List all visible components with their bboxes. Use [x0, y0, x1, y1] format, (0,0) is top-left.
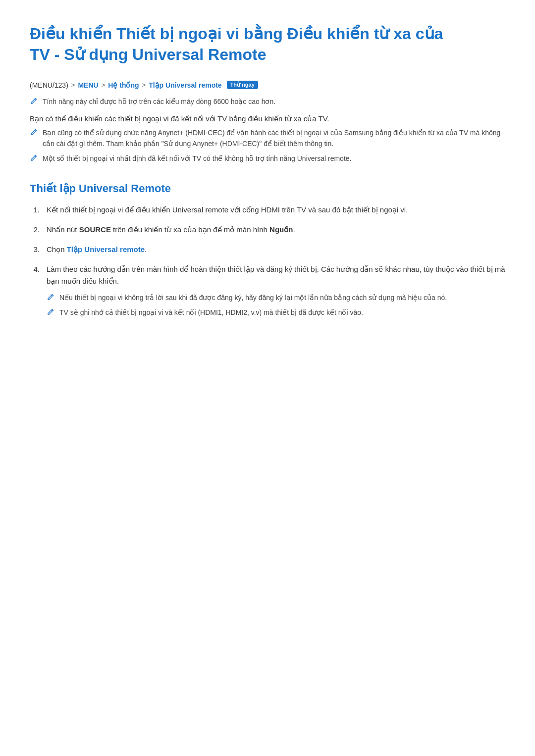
step-2-after: .	[293, 225, 295, 234]
breadcrumb-menu[interactable]: MENU	[78, 81, 98, 89]
step-2-nguon-bold: Nguồn	[269, 225, 293, 234]
pencil-icon-3	[30, 154, 38, 162]
sub-note-2-text: TV sẽ ghi nhớ cả thiết bị ngoại vi và kế…	[59, 307, 363, 318]
breadcrumb: (MENU/123) > MENU > Hệ thống > Tlập Univ…	[30, 81, 505, 89]
breadcrumb-tlap-universal[interactable]: Tlập Universal remote	[149, 81, 222, 89]
note-1: Tính năng này chỉ được hỗ trợ trên các k…	[30, 96, 505, 107]
note-3: Một số thiết bị ngoại vi nhất định đã kế…	[30, 153, 505, 164]
step-2: 2. Nhấn nút SOURCE trên điều khiển từ xa…	[30, 224, 505, 236]
pencil-icon-sub-1	[47, 293, 54, 301]
section-title: Thiết lập Universal Remote	[30, 182, 505, 195]
step-2-middle: trên điều khiển từ xa của bạn để mở màn …	[111, 225, 269, 234]
breadcrumb-menu123: (MENU/123)	[30, 81, 68, 89]
sub-note-2: TV sẽ ghi nhớ cả thiết bị ngoại vi và kế…	[47, 307, 505, 318]
step-3-link[interactable]: Tlập Universal remote	[67, 245, 145, 253]
intro-text: Bạn có thể điều khiển các thiết bị ngoại…	[30, 114, 505, 123]
step-2-source-bold: SOURCE	[79, 225, 111, 234]
breadcrumb-sep1: >	[71, 81, 75, 89]
sub-note-1-text: Nếu thiết bị ngoại vi không trả lời sau …	[59, 292, 447, 303]
pencil-icon-1	[30, 97, 38, 105]
step-4-text: Làm theo các hướng dẫn trên màn hình để …	[47, 263, 505, 322]
breadcrumb-he-thong[interactable]: Hệ thống	[108, 81, 139, 89]
step-4-main-text: Làm theo các hướng dẫn trên màn hình để …	[47, 265, 505, 285]
sub-notes: Nếu thiết bị ngoại vi không trả lời sau …	[47, 292, 505, 318]
note-2: Bạn cũng có thể sử dụng chức năng Anynet…	[30, 127, 505, 150]
step-2-before: Nhấn nút	[47, 225, 79, 234]
step-1-text: Kết nối thiết bị ngoại vi để điều khiển …	[47, 204, 505, 216]
step-2-number: 2.	[30, 224, 40, 236]
step-1-number: 1.	[30, 204, 40, 216]
note-2-text: Bạn cũng có thể sử dụng chức năng Anynet…	[43, 127, 505, 150]
try-badge[interactable]: Thử ngay	[227, 81, 258, 89]
step-1: 1. Kết nối thiết bị ngoại vi để điều khi…	[30, 204, 505, 216]
page-title: Điều khiển Thiết bị ngoại vi bằng Điều k…	[30, 24, 505, 65]
step-2-text: Nhấn nút SOURCE trên điều khiển từ xa củ…	[47, 224, 505, 236]
step-3-after: .	[145, 245, 147, 253]
step-4-number: 4.	[30, 263, 40, 275]
step-4: 4. Làm theo các hướng dẫn trên màn hình …	[30, 263, 505, 322]
pencil-icon-2	[30, 128, 38, 136]
step-3: 3. Chọn Tlập Universal remote.	[30, 244, 505, 255]
pencil-icon-sub-2	[47, 308, 54, 316]
note-1-text: Tính năng này chỉ được hỗ trợ trên các k…	[43, 96, 275, 107]
breadcrumb-sep2: >	[102, 81, 106, 89]
step-3-number: 3.	[30, 244, 40, 255]
step-3-before: Chọn	[47, 245, 67, 253]
sub-note-1: Nếu thiết bị ngoại vi không trả lời sau …	[47, 292, 505, 303]
breadcrumb-sep3: >	[142, 81, 146, 89]
step-3-text: Chọn Tlập Universal remote.	[47, 244, 505, 255]
steps-list: 1. Kết nối thiết bị ngoại vi để điều khi…	[30, 204, 505, 322]
note-3-text: Một số thiết bị ngoại vi nhất định đã kế…	[43, 153, 351, 164]
